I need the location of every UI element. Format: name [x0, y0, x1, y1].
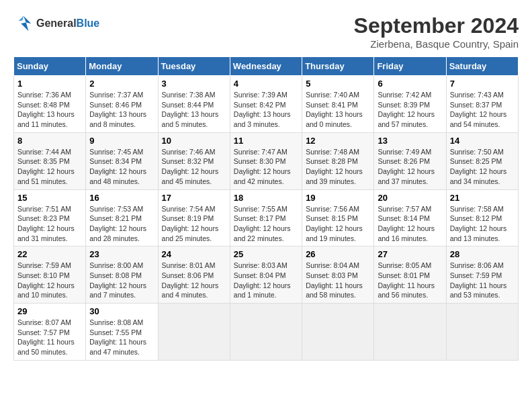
calendar-cell: 8Sunrise: 7:44 AMSunset: 8:35 PMDaylight…: [14, 132, 86, 189]
subtitle: Zierbena, Basque Country, Spain: [354, 38, 519, 50]
calendar-week-3: 22Sunrise: 7:59 AMSunset: 8:10 PMDayligh…: [14, 246, 519, 304]
calendar-cell: 19Sunrise: 7:56 AMSunset: 8:15 PMDayligh…: [302, 189, 374, 246]
day-info: Sunrise: 8:07 AMSunset: 7:57 PMDaylight:…: [17, 318, 82, 357]
calendar-week-0: 1Sunrise: 7:36 AMSunset: 8:48 PMDaylight…: [14, 76, 519, 133]
calendar-cell: 15Sunrise: 7:51 AMSunset: 8:23 PMDayligh…: [14, 189, 86, 246]
day-number: 26: [306, 249, 370, 259]
calendar-body: 1Sunrise: 7:36 AMSunset: 8:48 PMDaylight…: [14, 76, 519, 361]
day-number: 3: [162, 79, 226, 89]
calendar-cell: 11Sunrise: 7:47 AMSunset: 8:30 PMDayligh…: [230, 132, 302, 189]
calendar-cell: 7Sunrise: 7:43 AMSunset: 8:37 PMDaylight…: [446, 76, 518, 133]
header-tuesday: Tuesday: [158, 57, 230, 76]
day-info: Sunrise: 7:59 AMSunset: 8:10 PMDaylight:…: [17, 261, 82, 300]
day-number: 1: [17, 79, 82, 89]
calendar-cell: 25Sunrise: 8:03 AMSunset: 8:04 PMDayligh…: [230, 246, 302, 304]
page-header: GeneralBlue September 2024 Zierbena, Bas…: [13, 13, 519, 50]
svg-marker-1: [19, 16, 24, 21]
calendar-cell: [374, 304, 446, 361]
day-info: Sunrise: 7:42 AMSunset: 8:39 PMDaylight:…: [378, 90, 442, 130]
day-info: Sunrise: 7:37 AMSunset: 8:46 PMDaylight:…: [89, 90, 154, 130]
day-info: Sunrise: 7:36 AMSunset: 8:48 PMDaylight:…: [17, 90, 82, 130]
day-info: Sunrise: 8:00 AMSunset: 8:08 PMDaylight:…: [89, 261, 154, 300]
day-number: 22: [17, 249, 82, 259]
title-area: September 2024 Zierbena, Basque Country,…: [354, 13, 519, 50]
day-number: 8: [17, 136, 82, 146]
calendar-table: SundayMondayTuesdayWednesdayThursdayFrid…: [13, 56, 519, 361]
calendar-cell: 30Sunrise: 8:08 AMSunset: 7:55 PMDayligh…: [86, 304, 158, 361]
logo-bird-icon: [13, 13, 34, 34]
calendar-cell: 20Sunrise: 7:57 AMSunset: 8:14 PMDayligh…: [374, 189, 446, 246]
day-info: Sunrise: 7:46 AMSunset: 8:32 PMDaylight:…: [162, 147, 226, 187]
day-info: Sunrise: 7:56 AMSunset: 8:15 PMDaylight:…: [306, 204, 370, 244]
day-number: 30: [89, 306, 154, 316]
header-sunday: Sunday: [14, 57, 86, 76]
day-number: 19: [306, 193, 370, 203]
day-number: 20: [378, 193, 442, 203]
day-number: 15: [17, 193, 82, 203]
day-number: 28: [450, 249, 515, 259]
calendar-cell: 1Sunrise: 7:36 AMSunset: 8:48 PMDaylight…: [14, 76, 86, 133]
day-info: Sunrise: 7:55 AMSunset: 8:17 PMDaylight:…: [234, 204, 298, 244]
day-info: Sunrise: 7:49 AMSunset: 8:26 PMDaylight:…: [378, 147, 442, 187]
day-number: 16: [89, 193, 154, 203]
day-info: Sunrise: 8:01 AMSunset: 8:06 PMDaylight:…: [162, 261, 226, 300]
day-number: 13: [378, 136, 442, 146]
calendar-cell: 29Sunrise: 8:07 AMSunset: 7:57 PMDayligh…: [14, 304, 86, 361]
calendar-cell: 24Sunrise: 8:01 AMSunset: 8:06 PMDayligh…: [158, 246, 230, 304]
calendar-cell: 5Sunrise: 7:40 AMSunset: 8:41 PMDaylight…: [302, 76, 374, 133]
day-number: 17: [162, 193, 226, 203]
day-info: Sunrise: 7:54 AMSunset: 8:19 PMDaylight:…: [162, 204, 226, 244]
day-info: Sunrise: 7:44 AMSunset: 8:35 PMDaylight:…: [17, 147, 82, 187]
day-number: 5: [306, 79, 370, 89]
calendar-cell: 18Sunrise: 7:55 AMSunset: 8:17 PMDayligh…: [230, 189, 302, 246]
header-saturday: Saturday: [446, 57, 518, 76]
calendar-cell: 9Sunrise: 7:45 AMSunset: 8:34 PMDaylight…: [86, 132, 158, 189]
day-number: 11: [234, 136, 298, 146]
day-number: 7: [450, 79, 515, 89]
calendar-cell: 2Sunrise: 7:37 AMSunset: 8:46 PMDaylight…: [86, 76, 158, 133]
calendar-cell: [446, 304, 518, 361]
header-row: SundayMondayTuesdayWednesdayThursdayFrid…: [14, 57, 519, 76]
calendar-cell: 10Sunrise: 7:46 AMSunset: 8:32 PMDayligh…: [158, 132, 230, 189]
day-info: Sunrise: 7:40 AMSunset: 8:41 PMDaylight:…: [306, 90, 370, 130]
calendar-cell: 6Sunrise: 7:42 AMSunset: 8:39 PMDaylight…: [374, 76, 446, 133]
header-thursday: Thursday: [302, 57, 374, 76]
day-number: 12: [306, 136, 370, 146]
day-number: 14: [450, 136, 515, 146]
calendar-cell: 23Sunrise: 8:00 AMSunset: 8:08 PMDayligh…: [86, 246, 158, 304]
calendar-cell: 14Sunrise: 7:50 AMSunset: 8:25 PMDayligh…: [446, 132, 518, 189]
day-number: 21: [450, 193, 515, 203]
day-info: Sunrise: 8:04 AMSunset: 8:03 PMDaylight:…: [306, 261, 370, 300]
day-number: 29: [17, 306, 82, 316]
day-info: Sunrise: 7:51 AMSunset: 8:23 PMDaylight:…: [17, 204, 82, 244]
header-monday: Monday: [86, 57, 158, 76]
calendar-cell: [158, 304, 230, 361]
day-number: 24: [162, 249, 226, 259]
day-number: 9: [89, 136, 154, 146]
day-info: Sunrise: 7:58 AMSunset: 8:12 PMDaylight:…: [450, 204, 515, 244]
calendar-cell: [230, 304, 302, 361]
calendar-cell: 22Sunrise: 7:59 AMSunset: 8:10 PMDayligh…: [14, 246, 86, 304]
day-info: Sunrise: 7:43 AMSunset: 8:37 PMDaylight:…: [450, 90, 515, 130]
day-number: 4: [234, 79, 298, 89]
calendar-cell: 4Sunrise: 7:39 AMSunset: 8:42 PMDaylight…: [230, 76, 302, 133]
day-info: Sunrise: 7:53 AMSunset: 8:21 PMDaylight:…: [89, 204, 154, 244]
day-number: 18: [234, 193, 298, 203]
day-info: Sunrise: 7:39 AMSunset: 8:42 PMDaylight:…: [234, 90, 298, 130]
day-number: 2: [89, 79, 154, 89]
day-info: Sunrise: 7:38 AMSunset: 8:44 PMDaylight:…: [162, 90, 226, 130]
calendar-cell: 26Sunrise: 8:04 AMSunset: 8:03 PMDayligh…: [302, 246, 374, 304]
calendar-cell: 21Sunrise: 7:58 AMSunset: 8:12 PMDayligh…: [446, 189, 518, 246]
day-info: Sunrise: 7:47 AMSunset: 8:30 PMDaylight:…: [234, 147, 298, 187]
day-info: Sunrise: 7:57 AMSunset: 8:14 PMDaylight:…: [378, 204, 442, 244]
calendar-cell: 3Sunrise: 7:38 AMSunset: 8:44 PMDaylight…: [158, 76, 230, 133]
day-number: 23: [89, 249, 154, 259]
header-friday: Friday: [374, 57, 446, 76]
main-title: September 2024: [354, 13, 519, 38]
calendar-week-1: 8Sunrise: 7:44 AMSunset: 8:35 PMDaylight…: [14, 132, 519, 189]
calendar-cell: 17Sunrise: 7:54 AMSunset: 8:19 PMDayligh…: [158, 189, 230, 246]
day-info: Sunrise: 7:48 AMSunset: 8:28 PMDaylight:…: [306, 147, 370, 187]
day-number: 27: [378, 249, 442, 259]
calendar-cell: 27Sunrise: 8:05 AMSunset: 8:01 PMDayligh…: [374, 246, 446, 304]
calendar-cell: 12Sunrise: 7:48 AMSunset: 8:28 PMDayligh…: [302, 132, 374, 189]
